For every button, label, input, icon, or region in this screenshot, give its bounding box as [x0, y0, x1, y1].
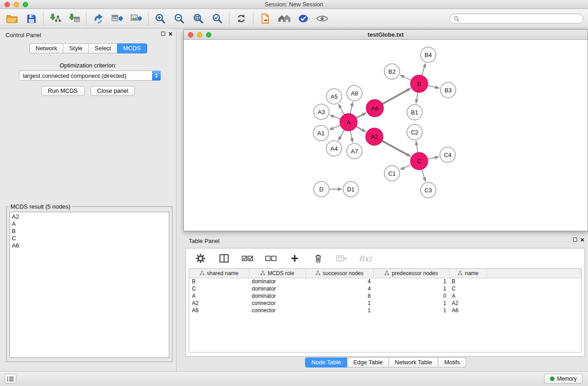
table-cell[interactable]: connector — [249, 307, 306, 314]
table-cell[interactable]: 1 — [373, 278, 449, 285]
table-cell[interactable]: A6 — [189, 307, 249, 314]
delete-column-button[interactable] — [312, 252, 325, 265]
table-cell[interactable]: A — [449, 292, 487, 300]
table-cell[interactable]: connector — [249, 300, 306, 307]
graph-node-A5[interactable]: A5 — [326, 89, 342, 104]
table-cell[interactable]: 1 — [373, 300, 449, 307]
table-row[interactable]: A2connector11A2 — [189, 300, 581, 307]
table-cell[interactable]: C — [449, 285, 487, 292]
float-panel-icon[interactable] — [161, 32, 165, 36]
graph-edge-B-B2[interactable] — [400, 75, 411, 80]
table-cell[interactable]: dominator — [249, 292, 306, 300]
tab-motifs[interactable]: Motifs — [438, 357, 466, 367]
table-settings-button[interactable] — [194, 252, 207, 265]
tab-node-table[interactable]: Node Table — [305, 357, 348, 367]
network-canvas[interactable]: B4B2BB3A5A8A6B1A3AC2A1A2A4A7CC4C1C3DD1 — [184, 40, 588, 231]
table-cell[interactable]: dominator — [249, 285, 306, 292]
result-item[interactable]: A — [12, 220, 169, 228]
graph-edge-A-A5[interactable] — [339, 104, 344, 114]
graph-node-A8[interactable]: A8 — [347, 86, 362, 101]
graph-node-B[interactable]: B — [411, 75, 428, 92]
save-session-button[interactable] — [24, 11, 39, 26]
tab-style[interactable]: Style — [63, 43, 89, 53]
graph-node-C[interactable]: C — [411, 152, 428, 170]
criterion-dropdown[interactable]: largest connected component (directed) — [19, 71, 161, 81]
run-mcds-button[interactable]: Run MCDS — [41, 86, 85, 96]
table-cell[interactable]: C — [189, 285, 249, 292]
graph-node-C3[interactable]: C3 — [421, 182, 436, 198]
hide-columns-button[interactable] — [335, 252, 348, 265]
graph-node-A7[interactable]: A7 — [347, 143, 362, 159]
blue-check-button[interactable] — [296, 11, 311, 26]
table-row[interactable]: A6connector11A6 — [189, 307, 581, 314]
table-cell[interactable]: 1 — [373, 307, 449, 314]
graph-edge-A-A8[interactable] — [350, 102, 353, 114]
network-window-titlebar[interactable]: testGlobe.txt — [184, 30, 588, 40]
graph-edge-A-A3[interactable] — [330, 115, 341, 119]
export-table-button[interactable] — [110, 11, 125, 26]
result-item[interactable]: A6 — [12, 242, 169, 249]
table-cell[interactable]: 1 — [306, 307, 373, 314]
add-column-button[interactable] — [288, 252, 301, 265]
result-item[interactable]: C — [12, 235, 169, 242]
result-item[interactable]: B — [12, 228, 169, 235]
graph-edge-C-C1[interactable] — [400, 165, 411, 170]
network-document-button[interactable] — [258, 11, 273, 26]
zoom-out-button[interactable] — [172, 11, 187, 26]
graph-edge-A2-C[interactable] — [382, 141, 411, 156]
split-view-button[interactable] — [218, 252, 230, 265]
graph-node-B3[interactable]: B3 — [440, 82, 456, 98]
table-cell[interactable]: 8 — [306, 292, 373, 300]
table-cell[interactable]: 4 — [306, 278, 373, 285]
result-item[interactable]: A2 — [12, 213, 169, 220]
table-cell[interactable]: B — [449, 278, 487, 285]
tab-edge-table[interactable]: Edge Table — [347, 357, 389, 367]
tab-network-table[interactable]: Network Table — [389, 357, 438, 367]
graph-edge-C-C3[interactable] — [422, 169, 425, 181]
column-header-predecessor-nodes[interactable]: predecessor nodes — [373, 269, 449, 278]
graph-edge-B-B4[interactable] — [422, 63, 425, 76]
column-header-shared-name[interactable]: shared name — [189, 269, 249, 278]
graph-edge-C-C4[interactable] — [428, 157, 439, 159]
graph-edge-B-B3[interactable] — [428, 86, 440, 88]
graph-node-A1[interactable]: A1 — [313, 125, 329, 141]
graph-node-D[interactable]: D — [314, 181, 329, 197]
select-all-button[interactable] — [241, 252, 254, 265]
table-cell[interactable]: A — [189, 292, 249, 300]
graph-node-A4[interactable]: A4 — [326, 141, 342, 156]
graph-node-A2[interactable]: A2 — [366, 128, 383, 145]
import-table-button[interactable] — [67, 11, 82, 26]
close-panel-button[interactable]: Close panel — [91, 86, 135, 96]
table-cell[interactable]: 4 — [306, 285, 373, 292]
column-header-successor-nodes[interactable]: successor nodes — [306, 269, 373, 278]
deselect-all-button[interactable] — [265, 252, 277, 265]
home-button[interactable] — [277, 11, 292, 26]
memory-button[interactable]: Memory — [544, 374, 583, 384]
table-cell[interactable]: dominator — [249, 278, 306, 285]
function-builder-button[interactable]: f(x) — [359, 254, 371, 263]
table-cell[interactable]: A6 — [449, 307, 487, 314]
export-image-button[interactable] — [129, 11, 144, 26]
graph-node-A3[interactable]: A3 — [314, 104, 329, 119]
table-cell[interactable]: 1 — [373, 285, 449, 292]
mcds-result-list[interactable]: A2ABCA6 — [10, 212, 169, 358]
zoom-fit-button[interactable] — [191, 11, 206, 26]
table-cell[interactable]: A2 — [189, 300, 249, 307]
zoom-in-button[interactable] — [153, 11, 168, 26]
table-cell[interactable]: 1 — [306, 300, 373, 307]
graph-node-C4[interactable]: C4 — [440, 147, 455, 162]
show-panels-button[interactable] — [5, 374, 16, 384]
export-network-button[interactable] — [91, 11, 106, 26]
graph-node-B2[interactable]: B2 — [384, 64, 400, 79]
table-cell[interactable]: B — [189, 278, 249, 285]
tab-network[interactable]: Network — [29, 43, 63, 53]
table-row[interactable]: Cdominator41C — [189, 285, 581, 292]
refresh-button[interactable] — [234, 11, 249, 26]
graph-node-C1[interactable]: C1 — [384, 166, 400, 181]
graph-edge-A6-B[interactable] — [382, 89, 411, 104]
toolbar-search[interactable] — [449, 14, 583, 24]
table-cell[interactable]: 0 — [373, 292, 449, 300]
close-table-panel-icon[interactable]: × — [580, 237, 584, 242]
graph-node-B4[interactable]: B4 — [421, 47, 436, 62]
show-hide-button[interactable] — [315, 11, 330, 26]
